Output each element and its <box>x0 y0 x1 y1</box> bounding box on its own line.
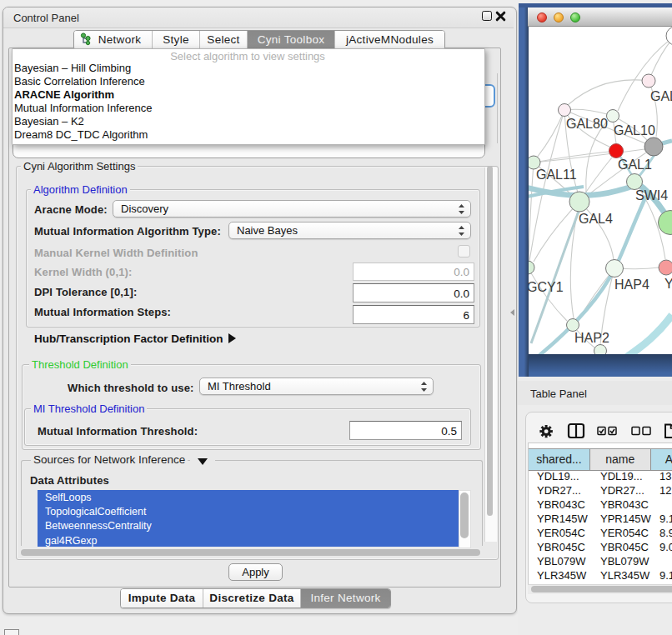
svg-text:GAL1: GAL1 <box>618 158 652 172</box>
svg-text:HAP2: HAP2 <box>574 331 609 345</box>
svg-text:GAL4: GAL4 <box>579 212 613 226</box>
svg-text:SWI4: SWI4 <box>635 188 668 202</box>
svg-text:HAP4: HAP4 <box>614 278 649 292</box>
svg-text:YH: YH <box>664 277 672 291</box>
svg-text:GAL80: GAL80 <box>566 117 608 131</box>
svg-text:GAL7: GAL7 <box>650 89 672 103</box>
svg-text:GCY1: GCY1 <box>529 280 564 294</box>
svg-text:GAL11: GAL11 <box>536 168 577 182</box>
svg-text:GAL10: GAL10 <box>614 123 655 138</box>
